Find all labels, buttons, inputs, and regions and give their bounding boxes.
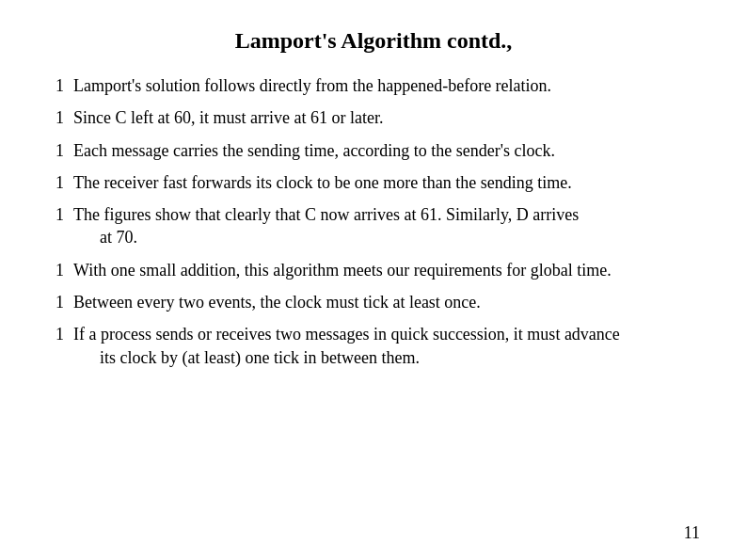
- list-item: 1With one small addition, this algorithm…: [47, 259, 700, 281]
- slide-page: Lamport's Algorithm contd., 1Lamport's s…: [0, 0, 747, 560]
- slide-title: Lamport's Algorithm contd.,: [47, 28, 700, 54]
- bullet-marker: 1: [47, 291, 64, 313]
- list-item: 1Each message carries the sending time, …: [47, 139, 700, 162]
- list-item: 1Since C left at 60, it must arrive at 6…: [47, 106, 700, 129]
- page-number: 11: [684, 523, 700, 543]
- bullet-marker: 1: [47, 106, 64, 129]
- bullet-marker: 1: [47, 139, 64, 162]
- bullet-text: If a process sends or receives two messa…: [73, 323, 700, 369]
- bullet-continuation: at 70.: [73, 226, 700, 248]
- list-item: 1The figures show that clearly that C no…: [47, 203, 700, 249]
- bullet-marker: 1: [47, 171, 64, 194]
- list-item: 1Between every two events, the clock mus…: [47, 291, 700, 313]
- list-item: 1If a process sends or receives two mess…: [47, 323, 700, 369]
- bullet-text: The figures show that clearly that C now…: [73, 203, 700, 249]
- bullet-text: Between every two events, the clock must…: [73, 291, 700, 313]
- bullet-text: Each message carries the sending time, a…: [73, 139, 700, 162]
- bullet-text: The receiver fast forwards its clock to …: [73, 171, 700, 194]
- bullet-continuation: its clock by (at least) one tick in betw…: [73, 346, 700, 369]
- bullet-list: 1Lamport's solution follows directly fro…: [47, 74, 700, 369]
- bullet-marker: 1: [47, 259, 64, 281]
- bullet-text: Lamport's solution follows directly from…: [73, 74, 700, 97]
- bullet-marker: 1: [47, 74, 64, 97]
- bullet-marker: 1: [47, 323, 64, 345]
- bullet-marker: 1: [47, 203, 64, 226]
- bullet-text: Since C left at 60, it must arrive at 61…: [73, 106, 700, 129]
- list-item: 1Lamport's solution follows directly fro…: [47, 74, 700, 97]
- bullet-text: With one small addition, this algorithm …: [73, 259, 700, 281]
- list-item: 1The receiver fast forwards its clock to…: [47, 171, 700, 194]
